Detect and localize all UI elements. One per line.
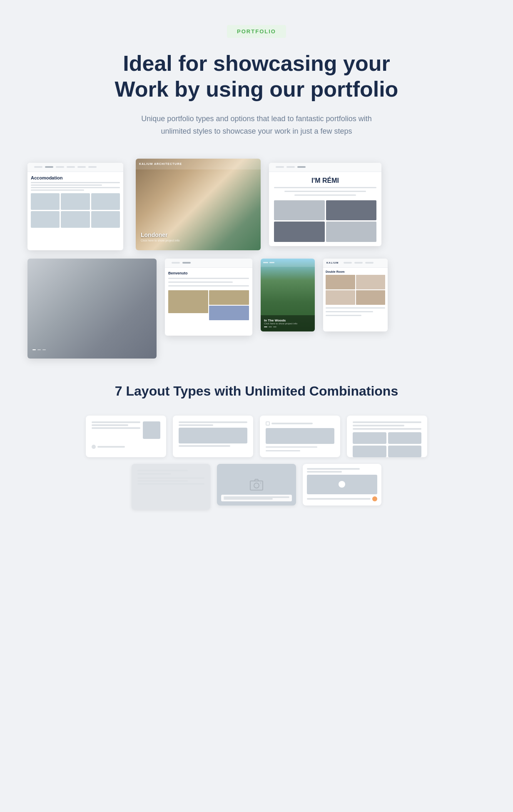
- lc-line: [266, 446, 317, 448]
- page-dot: [32, 349, 36, 350]
- ss-line: [326, 307, 385, 309]
- remi-img: [274, 200, 325, 221]
- remi-header: [269, 163, 381, 172]
- nav-item: [297, 166, 306, 168]
- lc-text-block: [179, 421, 247, 426]
- remi-title: I'M RÉMI: [274, 177, 376, 184]
- kalium-images: [326, 275, 385, 305]
- remi-image-grid: [274, 200, 376, 242]
- remi-img-dark: [274, 222, 325, 242]
- nav-item: [276, 166, 284, 168]
- interior-image: [27, 259, 157, 359]
- lc-checkbox: [266, 421, 270, 426]
- screenshot-londoner: KALIUM ARCHITECTURE Londoner Click here …: [136, 159, 261, 250]
- layout-card-6: [217, 464, 296, 506]
- lc-line: [137, 470, 188, 471]
- lc-line: [307, 471, 342, 473]
- lc-image: [353, 446, 386, 457]
- ss-line: [274, 187, 376, 188]
- bienvenue-nav: [172, 262, 191, 264]
- accommodation-title: Accomodation: [31, 175, 120, 180]
- lc-line: [179, 421, 247, 423]
- main-heading: Ideal for showcasing your Work by using …: [111, 50, 402, 102]
- bienvenue-title: Benvenuto: [168, 271, 249, 275]
- remi-nav: [276, 166, 306, 168]
- page-dot: [42, 349, 46, 350]
- interior-pagination: [32, 349, 46, 350]
- camera-icon: [250, 479, 263, 491]
- page-dot: [37, 349, 41, 350]
- ss-line: [168, 281, 233, 283]
- kalium-header: KALIUM: [323, 259, 388, 268]
- ss-line: [294, 194, 356, 196]
- lc-img-wide: [179, 428, 247, 443]
- screenshot-interior: [27, 259, 157, 359]
- img-placeholder: [61, 211, 90, 228]
- screenshot-bienvenue: Benvenuto: [165, 259, 252, 336]
- woods-subtitle: Click here to show project info: [264, 322, 311, 325]
- woods-image: In The Woods Click here to show project …: [261, 259, 315, 331]
- ss-line: [326, 311, 373, 312]
- lc-top-text: [307, 468, 377, 473]
- lc-line: [97, 446, 125, 448]
- londoner-subtitle: Click here to show project info: [141, 239, 179, 242]
- lc-line: [137, 477, 204, 479]
- kalium-logo: KALIUM: [326, 262, 339, 264]
- lc-text-block: [92, 421, 140, 429]
- lc-line: [353, 421, 421, 423]
- lc-icon-row: [92, 445, 160, 449]
- lc-image: [353, 432, 386, 444]
- layout-card-7: [303, 464, 381, 506]
- lc-line: [179, 424, 213, 426]
- ss-line: [31, 184, 102, 186]
- svg-rect-0: [250, 481, 263, 490]
- lc-image: [388, 446, 422, 457]
- londoner-header: KALIUM ARCHITECTURE: [136, 159, 261, 169]
- nav-item: [286, 166, 295, 168]
- nav-item: [172, 262, 180, 264]
- lc-top-row: [92, 421, 160, 442]
- layout-grid-bottom: [132, 464, 381, 510]
- woods-overlay: In The Woods Click here to show project …: [261, 315, 315, 331]
- ss-line: [31, 187, 120, 188]
- lc-line: [92, 427, 140, 429]
- img-placeholder: [31, 193, 60, 210]
- londoner-title: Londoner: [141, 232, 179, 238]
- lc-image: [388, 432, 422, 444]
- ss-line: [31, 189, 84, 191]
- lc-image: [143, 421, 160, 439]
- kalium-nav: [344, 262, 374, 264]
- nav-item: [56, 166, 64, 168]
- lc-bottom-icons: [307, 496, 377, 501]
- play-icon: [339, 481, 345, 488]
- ss-body: Accomodation: [27, 172, 123, 250]
- layout-card-2: [173, 416, 253, 457]
- lc-heart-icon: [92, 445, 96, 449]
- img-placeholder: [61, 193, 90, 210]
- heart-icon: [372, 496, 377, 501]
- nav-item: [182, 262, 191, 264]
- ss-line: [168, 278, 249, 279]
- ss-nav: [34, 166, 97, 168]
- layout-heading: 7 Layout Types with Unlimited Combinatio…: [86, 384, 427, 399]
- layout-grid-top: [86, 416, 427, 457]
- remi-sub-lines: [274, 187, 376, 197]
- lc-image-grid: [353, 432, 421, 457]
- ss-header: [27, 163, 123, 172]
- lc-featured-text: [221, 495, 291, 501]
- nav-item: [67, 166, 75, 168]
- interior-overlay: [32, 349, 152, 350]
- nav-item: [365, 262, 374, 264]
- lc-line: [266, 450, 300, 451]
- lc-line: [137, 483, 204, 485]
- image-grid: [31, 193, 120, 228]
- layout-section: 7 Layout Types with Unlimited Combinatio…: [69, 384, 444, 510]
- kalium-img-alt: [356, 275, 386, 289]
- lc-line: [92, 424, 128, 426]
- nav-item: [77, 166, 86, 168]
- woods-title: In The Woods: [264, 319, 311, 322]
- lc-line: [92, 421, 140, 423]
- londoner-caption: Londoner Click here to show project info: [141, 232, 179, 242]
- layout-card-3: [260, 416, 340, 457]
- ss-line: [31, 182, 120, 183]
